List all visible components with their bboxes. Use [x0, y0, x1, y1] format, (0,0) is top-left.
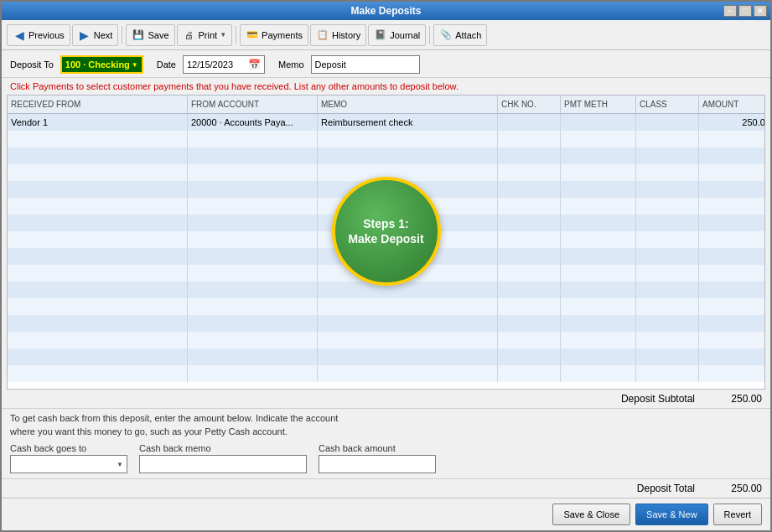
- cash-memo-label: Cash back memo: [139, 443, 307, 453]
- empty-cell: [8, 332, 188, 349]
- cash-amount-group: Cash back amount: [319, 443, 436, 473]
- memo-input[interactable]: [311, 55, 420, 74]
- empty-cell: [636, 332, 699, 349]
- date-input[interactable]: [187, 59, 246, 70]
- next-label: Next: [94, 30, 113, 40]
- empty-cell: [188, 147, 318, 164]
- save-new-button[interactable]: Save & New: [635, 504, 708, 525]
- payments-button[interactable]: 💳 Payments: [240, 24, 308, 46]
- empty-cell: [699, 315, 764, 332]
- empty-cell: [561, 231, 636, 248]
- cash-amount-input[interactable]: [319, 455, 436, 473]
- empty-cell: [699, 164, 764, 181]
- empty-cell: [699, 198, 764, 214]
- deposit-to-value: 100 · Checking: [65, 59, 130, 70]
- subtotal-value: 250.00: [712, 393, 762, 405]
- next-button[interactable]: ▶ Next: [72, 24, 119, 46]
- empty-cell: [318, 365, 498, 382]
- header-amount: AMOUNT: [699, 96, 765, 113]
- revert-button[interactable]: Revert: [713, 504, 762, 525]
- print-dropdown-arrow: ▼: [220, 31, 226, 39]
- memo-label: Memo: [278, 59, 304, 70]
- empty-cell: [561, 131, 636, 147]
- empty-cell: [188, 349, 318, 365]
- maximize-button[interactable]: □: [738, 5, 752, 17]
- empty-cell: [8, 214, 188, 231]
- empty-cell: [188, 248, 318, 265]
- cash-memo-group: Cash back memo: [139, 443, 307, 473]
- empty-cell: [561, 181, 636, 198]
- form-area: Deposit To 100 · Checking ▼ Date 📅 Memo: [2, 50, 770, 78]
- table-row-empty[interactable]: [8, 349, 764, 365]
- empty-cell: [8, 365, 188, 382]
- table-row-empty[interactable]: [8, 131, 764, 147]
- empty-cell: [636, 131, 699, 147]
- empty-cell: [636, 181, 699, 198]
- cell-memo: Reimbursement check: [318, 114, 498, 131]
- empty-cell: [699, 214, 764, 231]
- empty-cell: [561, 349, 636, 365]
- cash-back-area: To get cash back from this deposit, ente…: [2, 408, 770, 478]
- date-label: Date: [157, 59, 176, 70]
- empty-cell: [498, 332, 561, 349]
- empty-cell: [699, 265, 764, 281]
- minimize-button[interactable]: −: [723, 5, 737, 17]
- empty-cell: [561, 248, 636, 265]
- empty-cell: [8, 265, 188, 281]
- cash-memo-input[interactable]: [139, 455, 307, 473]
- empty-cell: [561, 214, 636, 231]
- empty-cell: [561, 365, 636, 382]
- empty-cell: [8, 231, 188, 248]
- empty-cell: [498, 248, 561, 265]
- total-label: Deposit Total: [637, 483, 695, 494]
- empty-cell: [699, 131, 764, 147]
- empty-cell: [699, 365, 764, 382]
- close-button[interactable]: ✕: [754, 5, 767, 17]
- empty-cell: [188, 181, 318, 198]
- empty-cell: [636, 265, 699, 281]
- empty-cell: [561, 315, 636, 332]
- journal-button[interactable]: 📓 Journal: [368, 24, 426, 46]
- empty-cell: [318, 315, 498, 332]
- empty-cell: [8, 181, 188, 198]
- window-controls: − □ ✕: [723, 5, 767, 17]
- table-row-empty[interactable]: [8, 147, 764, 164]
- empty-cell: [561, 332, 636, 349]
- deposit-table: RECEIVED FROM FROM ACCOUNT MEMO CHK NO. …: [7, 95, 765, 390]
- print-icon: 🖨: [183, 28, 196, 42]
- empty-cell: [498, 231, 561, 248]
- table-row-empty[interactable]: [8, 315, 764, 332]
- table-row-empty[interactable]: [8, 332, 764, 349]
- history-button[interactable]: 📋 History: [310, 24, 366, 46]
- cash-goes-to-group: Cash back goes to ▼: [10, 443, 127, 473]
- empty-cell: [699, 147, 764, 164]
- window-title: Make Deposits: [350, 5, 421, 17]
- save-close-button[interactable]: Save & Close: [552, 504, 630, 525]
- cell-class: [636, 114, 699, 131]
- empty-cell: [8, 164, 188, 181]
- empty-cell: [498, 198, 561, 214]
- deposit-to-field[interactable]: 100 · Checking ▼: [60, 55, 143, 74]
- attach-button[interactable]: 📎 Attach: [433, 24, 487, 46]
- print-button[interactable]: 🖨 Print ▼: [177, 24, 233, 46]
- table-row[interactable]: Vendor 1 20000 · Accounts Paya... Reimbu…: [8, 114, 764, 131]
- table-row-empty[interactable]: [8, 298, 764, 315]
- table-row-empty[interactable]: [8, 365, 764, 382]
- empty-cell: [561, 281, 636, 298]
- empty-cell: [498, 298, 561, 315]
- overlay-text: Steps 1: Make Deposit: [348, 216, 423, 246]
- empty-cell: [188, 231, 318, 248]
- calendar-icon[interactable]: 📅: [248, 59, 261, 70]
- empty-cell: [8, 147, 188, 164]
- empty-cell: [636, 349, 699, 365]
- save-button[interactable]: 💾 Save: [126, 24, 174, 46]
- date-field[interactable]: 📅: [183, 55, 265, 74]
- empty-cell: [498, 181, 561, 198]
- empty-cell: [318, 131, 498, 147]
- header-memo: MEMO: [318, 96, 498, 113]
- table-header: RECEIVED FROM FROM ACCOUNT MEMO CHK NO. …: [8, 96, 764, 114]
- header-from-account: FROM ACCOUNT: [188, 96, 318, 113]
- header-chk-no: CHK NO.: [498, 96, 561, 113]
- cash-goes-to-dropdown[interactable]: ▼: [10, 455, 127, 473]
- previous-button[interactable]: ◀ Previous: [7, 24, 70, 46]
